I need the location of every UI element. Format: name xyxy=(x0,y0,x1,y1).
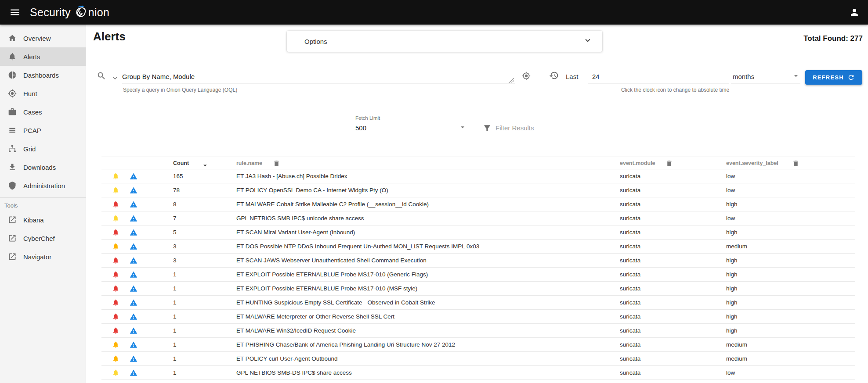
chevron-down-icon xyxy=(583,36,593,47)
table-row[interactable]: 1 GPL NETBIOS SMB-DS IPC$ share access s… xyxy=(101,366,855,380)
sidebar-item-cyberchef[interactable]: CyberChef xyxy=(0,229,86,247)
table-row[interactable]: 1 ET MALWARE Win32/IcedID Request Cookie… xyxy=(101,324,855,338)
table-body: 165 ET JA3 Hash - [Abuse.ch] Possible Dr… xyxy=(101,169,855,380)
row-event-module: suricata xyxy=(620,310,640,324)
row-severity-label: high xyxy=(726,324,738,338)
row-severity-label: high xyxy=(726,296,738,310)
row-event-module: suricata xyxy=(620,282,640,296)
row-rule-name: ET POLICY OpenSSL Demo CA - Internet Wid… xyxy=(236,183,388,197)
table-row[interactable]: 1 ET EXPLOIT Possible ETERNALBLUE Probe … xyxy=(101,282,855,296)
menu-icon[interactable] xyxy=(6,4,24,21)
sidebar-item-downloads[interactable]: Downloads xyxy=(0,158,86,176)
sidebar-item-hunt[interactable]: Hunt xyxy=(0,84,86,103)
shield-icon xyxy=(8,181,17,190)
severity-bell-icon xyxy=(112,243,119,251)
warning-triangle-icon xyxy=(130,229,137,238)
options-panel-toggle[interactable]: Options xyxy=(287,31,602,52)
network-icon xyxy=(8,144,17,153)
warning-triangle-icon xyxy=(130,285,137,294)
row-rule-name: ET POLICY curl User-Agent Outbound xyxy=(236,352,338,366)
table-row[interactable]: 1 ET MALWARE Meterpreter or Other Revers… xyxy=(101,310,855,324)
row-count: 165 xyxy=(173,169,183,183)
warning-triangle-icon xyxy=(130,369,137,378)
main-content: Alerts Options Total Found: 277 Last mon… xyxy=(86,25,868,383)
topbar: Security nion xyxy=(0,0,868,25)
time-amount-input[interactable] xyxy=(588,70,729,83)
sidebar-item-pcap[interactable]: PCAP xyxy=(0,121,86,140)
row-rule-name: ET HUNTING Suspicious Empty SSL Certific… xyxy=(236,296,435,310)
sidebar: Overview Alerts Dashboards Hunt Cases PC… xyxy=(0,25,86,383)
table-row[interactable]: 1 ET POLICY curl User-Agent Outbound sur… xyxy=(101,352,855,366)
time-hint: Click the clock icon to change to absolu… xyxy=(621,87,729,93)
row-count: 78 xyxy=(173,183,180,197)
actions-target-icon[interactable] xyxy=(522,72,531,82)
query-hint: Specify a query in Onion Query Language … xyxy=(123,87,237,93)
sidebar-item-administration[interactable]: Administration xyxy=(0,176,86,195)
table-row[interactable]: 5 ET SCAN Mirai Variant User-Agent (Inbo… xyxy=(101,226,855,240)
clock-history-icon[interactable] xyxy=(549,71,559,82)
row-rule-name: ET MALWARE Win32/IcedID Request Cookie xyxy=(236,324,356,338)
onion-spiral-icon xyxy=(74,5,88,19)
remove-column-module-trash-icon[interactable] xyxy=(665,160,673,167)
table-row[interactable]: 78 ET POLICY OpenSSL Demo CA - Internet … xyxy=(101,183,855,197)
remove-column-severity-trash-icon[interactable] xyxy=(792,160,799,167)
search-icon[interactable] xyxy=(97,71,106,82)
severity-bell-icon xyxy=(112,285,119,294)
severity-bell-icon xyxy=(112,313,119,322)
textarea-resize-handle[interactable] xyxy=(509,78,514,83)
query-history-chevron-icon[interactable] xyxy=(111,74,119,83)
total-found-count: Total Found: 277 xyxy=(803,34,863,43)
row-count: 1 xyxy=(173,268,177,282)
row-event-module: suricata xyxy=(620,211,640,226)
refresh-button[interactable]: REFRESH xyxy=(805,70,862,85)
sidebar-item-kibana[interactable]: Kibana xyxy=(0,211,86,229)
table-row[interactable]: 3 ET DOS Possible NTP DDoS Inbound Frequ… xyxy=(101,240,855,254)
bell-icon xyxy=(8,52,17,61)
row-count: 8 xyxy=(173,197,177,211)
sidebar-item-dashboards[interactable]: Dashboards xyxy=(0,66,86,84)
row-rule-name: GPL NETBIOS SMB-DS IPC$ share access xyxy=(236,366,352,380)
row-event-module: suricata xyxy=(620,268,640,282)
column-header-event-module: event.module xyxy=(620,157,655,170)
row-count: 1 xyxy=(173,310,177,324)
table-row[interactable]: 1 ET EXPLOIT Possible ETERNALBLUE Probe … xyxy=(101,268,855,282)
row-rule-name: ET JA3 Hash - [Abuse.ch] Possible Dridex xyxy=(236,169,347,183)
fetch-limit-select[interactable]: 500 xyxy=(355,122,467,134)
table-row[interactable]: 1 ET PHISHING Chase/Bank of America Phis… xyxy=(101,338,855,352)
remove-column-rule-trash-icon[interactable] xyxy=(273,160,280,167)
query-input[interactable] xyxy=(122,70,515,83)
warning-triangle-icon xyxy=(130,172,137,182)
table-row[interactable]: 3 ET SCAN JAWS Webserver Unauthenticated… xyxy=(101,254,855,268)
sidebar-item-alerts[interactable]: Alerts xyxy=(0,47,86,66)
open-in-new-icon xyxy=(8,234,17,243)
row-event-module: suricata xyxy=(620,197,640,211)
warning-triangle-icon xyxy=(130,355,137,364)
logo-text-prefix: Security xyxy=(30,7,71,18)
column-header-count[interactable]: Count xyxy=(173,157,189,170)
row-count: 7 xyxy=(173,211,177,226)
table-row[interactable]: 165 ET JA3 Hash - [Abuse.ch] Possible Dr… xyxy=(101,169,855,183)
severity-bell-icon xyxy=(112,229,119,237)
row-event-module: suricata xyxy=(620,240,640,254)
crosshair-icon xyxy=(8,89,17,98)
sidebar-item-navigator[interactable]: Navigator xyxy=(0,247,86,266)
row-severity-label: low xyxy=(726,169,735,183)
table-row[interactable]: 8 ET MALWARE Cobalt Strike Malleable C2 … xyxy=(101,197,855,211)
sidebar-item-grid[interactable]: Grid xyxy=(0,140,86,158)
severity-bell-icon xyxy=(112,200,119,209)
refresh-icon xyxy=(847,74,855,81)
sidebar-item-overview[interactable]: Overview xyxy=(0,29,86,47)
table-row[interactable]: 7 GPL NETBIOS SMB IPC$ unicode share acc… xyxy=(101,211,855,226)
severity-bell-icon xyxy=(112,355,119,364)
row-event-module: suricata xyxy=(620,366,640,380)
row-event-module: suricata xyxy=(620,169,640,183)
severity-bell-icon xyxy=(112,257,119,265)
options-label: Options xyxy=(304,38,327,45)
row-severity-label: high xyxy=(726,268,738,282)
time-unit-select[interactable]: months xyxy=(731,70,800,83)
sidebar-item-cases[interactable]: Cases xyxy=(0,103,86,121)
row-rule-name: ET EXPLOIT Possible ETERNALBLUE Probe MS… xyxy=(236,268,428,282)
table-row[interactable]: 1 ET HUNTING Suspicious Empty SSL Certif… xyxy=(101,296,855,310)
user-account-icon[interactable] xyxy=(849,7,860,18)
filter-results-input[interactable] xyxy=(495,122,855,134)
